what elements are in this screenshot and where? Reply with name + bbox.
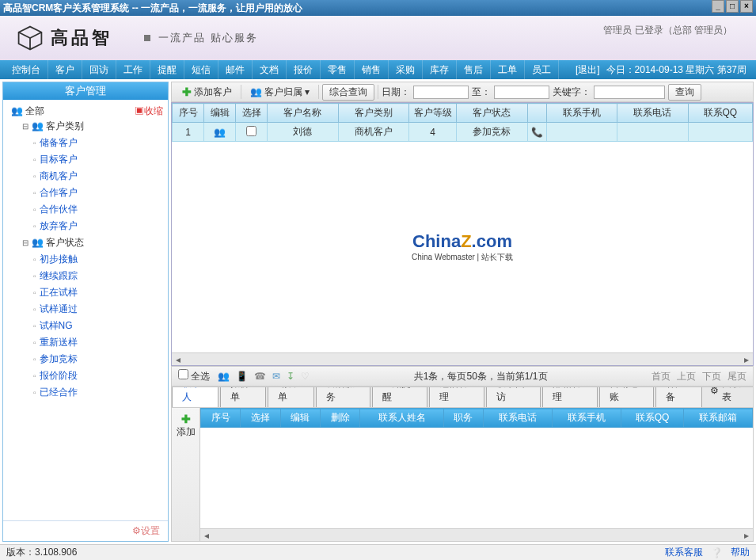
column-header[interactable]: 删除 [321, 409, 360, 428]
tree-item[interactable]: 试样通过 [33, 301, 163, 318]
tree-item[interactable]: 报价阶段 [33, 368, 163, 384]
related-table-button[interactable]: ⚙关联表 [704, 387, 753, 407]
menu-workorder[interactable]: 工单 [491, 60, 525, 79]
sub-add-button[interactable]: ✚ 添加 [172, 408, 200, 541]
page-last[interactable]: 尾页 [728, 370, 747, 383]
tab-notify[interactable]: 通知提醒 [372, 387, 427, 407]
column-header[interactable]: 客户名称 [268, 104, 339, 123]
column-header[interactable]: 客户等级 [409, 104, 457, 123]
tab-sms[interactable]: 短信管理 [429, 387, 484, 407]
tab-visit[interactable]: 联系回访 [486, 387, 541, 407]
table-row[interactable]: 1 👥 刘德 商机客户 4 参加竞标 📞 [173, 123, 753, 142]
tree-item[interactable]: 正在试样 [33, 284, 163, 301]
column-header[interactable]: 客户状态 [457, 104, 528, 123]
column-header[interactable]: 客户类别 [338, 104, 409, 123]
mobile-icon[interactable]: 📱 [236, 371, 248, 382]
help-link[interactable]: 帮助 [731, 546, 750, 559]
export-icon[interactable]: ↧ [287, 371, 294, 382]
tab-contact[interactable]: 联系人 [172, 387, 218, 407]
menu-sms[interactable]: 短信 [184, 60, 218, 79]
menu-work[interactable]: 工作 [116, 60, 150, 79]
mail-icon[interactable]: ✉ [272, 371, 280, 382]
menu-service[interactable]: 售后 [457, 60, 491, 79]
tree-group-type[interactable]: 👥 客户类别 [22, 118, 163, 135]
users-icon[interactable]: 👥 [218, 371, 230, 382]
tab-sales[interactable]: 销售单 [268, 387, 314, 407]
belong-button[interactable]: 👥客户归属 ▾ [245, 84, 315, 101]
help-icon[interactable]: ❔ [711, 547, 723, 558]
tree-item[interactable]: 放弃客户 [33, 218, 163, 234]
column-header[interactable]: 联系人姓名 [360, 409, 443, 428]
select-all[interactable]: 全选 [178, 369, 210, 383]
page-first[interactable]: 首页 [652, 370, 671, 383]
query-button[interactable]: 综合查询 [322, 84, 374, 101]
tab-service[interactable]: 售后服务 [316, 387, 371, 407]
tree-item[interactable]: 试样NG [33, 318, 163, 334]
menu-staff[interactable]: 员工 [525, 60, 559, 79]
date-from-input[interactable] [413, 86, 469, 99]
tree-item[interactable]: 继续跟踪 [33, 268, 163, 284]
column-header[interactable]: 序号 [173, 104, 204, 123]
tab-quote[interactable]: 报价单 [220, 387, 267, 407]
menu-customer[interactable]: 客户 [48, 60, 82, 79]
menu-quote[interactable]: 报价 [287, 60, 321, 79]
menu-console[interactable]: 控制台 [5, 60, 48, 79]
tab-memo[interactable]: 客户备 [655, 387, 702, 407]
h-scrollbar[interactable] [172, 352, 753, 365]
minimize-button[interactable]: _ [712, 0, 724, 13]
column-header[interactable]: 联系QQ [688, 104, 752, 123]
date-to-input[interactable] [494, 86, 549, 99]
heart-icon[interactable]: ♡ [301, 371, 310, 382]
row-checkbox[interactable] [246, 126, 256, 136]
column-header[interactable]: 联系手机 [553, 409, 621, 428]
tree-item[interactable]: 目标客户 [33, 151, 163, 168]
menu-mail[interactable]: 邮件 [218, 60, 253, 79]
tree-item[interactable]: 重新送样 [33, 334, 163, 351]
column-header[interactable]: 联系手机 [546, 104, 617, 123]
sidebar-settings[interactable]: ⚙设置 [3, 520, 168, 541]
column-header[interactable]: 联系电话 [617, 104, 689, 123]
tree-item[interactable]: 储备客户 [33, 135, 163, 151]
add-customer-button[interactable]: ✚添加客户 [177, 84, 237, 101]
tree-item[interactable]: 初步接触 [33, 251, 163, 268]
maximize-button[interactable]: □ [726, 0, 739, 13]
column-header[interactable]: 联系电话 [484, 409, 553, 428]
menu-stock[interactable]: 库存 [423, 60, 457, 79]
menu-sales[interactable]: 销售 [355, 60, 389, 79]
column-header[interactable]: 编辑 [204, 104, 236, 123]
menu-retail[interactable]: 零售 [321, 60, 355, 79]
logout-link[interactable]: [退出] [576, 63, 600, 77]
column-header[interactable]: 选择 [241, 409, 280, 428]
tree-item[interactable]: 合作伙伴 [33, 201, 163, 218]
tree-item[interactable]: 参加竞标 [33, 351, 163, 368]
tree-item[interactable]: 商机客户 [33, 168, 163, 185]
column-header[interactable]: 选择 [236, 104, 268, 123]
tree-item[interactable]: 已经合作 [33, 384, 163, 401]
tree-shrink[interactable]: ▣收缩 [135, 105, 163, 118]
phone-icon[interactable]: ☎ [254, 371, 266, 382]
close-button[interactable]: × [740, 0, 753, 13]
phone-icon[interactable]: 📞 [531, 127, 543, 138]
page-prev[interactable]: 上页 [677, 370, 696, 383]
menu-doc[interactable]: 文档 [253, 60, 287, 79]
menu-remind[interactable]: 提醒 [150, 60, 184, 79]
column-header[interactable]: 职务 [443, 409, 483, 428]
tree-group-status[interactable]: 👥 客户状态 [22, 234, 163, 251]
tree-all[interactable]: 👥 全部 [11, 105, 44, 118]
tree-item[interactable]: 合作客户 [33, 185, 163, 201]
column-header[interactable] [527, 104, 546, 123]
tab-mailbox[interactable]: 邮箱管理 [542, 387, 598, 407]
column-header[interactable]: 联系邮箱 [683, 409, 752, 428]
column-header[interactable]: 编辑 [280, 409, 320, 428]
column-header[interactable]: 联系QQ [621, 409, 684, 428]
menu-purchase[interactable]: 采购 [389, 60, 423, 79]
tab-marketing[interactable]: 营销记账 [599, 387, 655, 407]
contact-link[interactable]: 联系客服 [665, 546, 703, 559]
page-next[interactable]: 下页 [702, 370, 721, 383]
column-header[interactable]: 序号 [201, 409, 241, 428]
sub-h-scrollbar[interactable] [200, 528, 753, 541]
menu-visit[interactable]: 回访 [82, 60, 116, 79]
edit-icon[interactable]: 👥 [214, 127, 226, 138]
keyword-input[interactable] [594, 86, 665, 99]
search-button[interactable]: 查询 [668, 84, 701, 101]
